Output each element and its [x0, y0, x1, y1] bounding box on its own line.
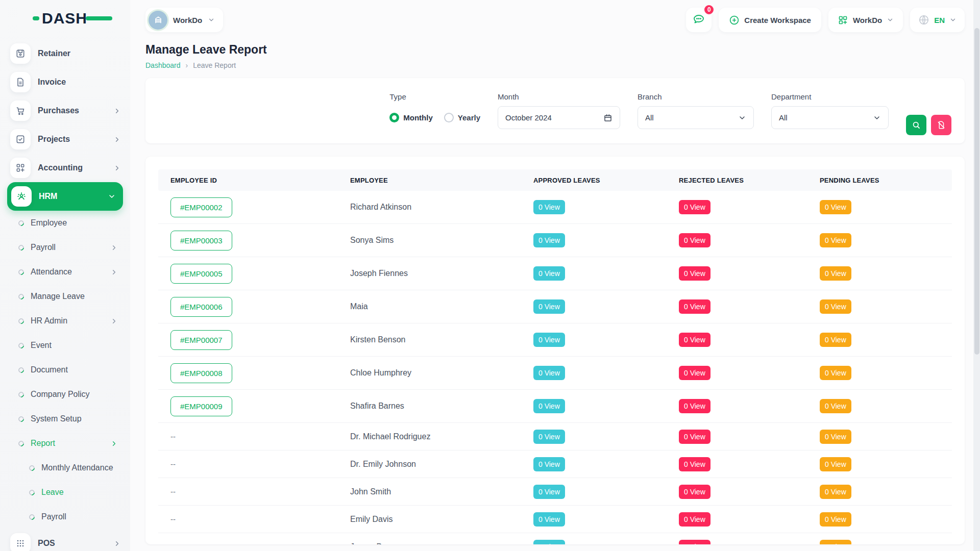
rejected-leaves-badge[interactable]: 0 View	[679, 485, 710, 499]
sidebar-item-leave[interactable]: Leave	[0, 480, 130, 505]
sidebar-item-document[interactable]: Document	[0, 358, 130, 382]
create-workspace-button[interactable]: Create Workspace	[719, 8, 821, 32]
pending-leaves-badge[interactable]: 0 View	[820, 366, 851, 380]
employee-id-button[interactable]: #EMP00008	[170, 363, 232, 383]
sidebar-item-manage-leave[interactable]: Manage Leave	[0, 284, 130, 309]
sidebar-item-retainer[interactable]: Retainer	[0, 39, 130, 68]
sidebar-item-monthly-attendance[interactable]: Monthly Attendance	[0, 456, 130, 480]
sidebar-item-company-policy[interactable]: Company Policy	[0, 382, 130, 407]
rejected-leaves-badge[interactable]: 0 View	[679, 366, 710, 380]
chat-icon	[693, 13, 705, 27]
breadcrumb-dashboard-link[interactable]: Dashboard	[145, 61, 181, 69]
rejected-leaves-badge[interactable]: 0 View	[679, 233, 710, 247]
department-select[interactable]: All	[771, 106, 889, 129]
pending-leaves-badge[interactable]: 0 View	[820, 299, 851, 314]
chevron-right-icon	[110, 317, 118, 325]
workdo-menu-button[interactable]: WorkDo	[828, 8, 903, 32]
rejected-leaves-badge[interactable]: 0 View	[679, 512, 710, 527]
approved-leaves-badge[interactable]: 0 View	[533, 366, 565, 380]
month-input[interactable]: October 2024	[498, 106, 620, 129]
sidebar-item-hrm[interactable]: HRM	[7, 182, 123, 211]
topbar-actions: 0 Create Workspace WorkDo	[686, 8, 965, 32]
employee-id-button[interactable]: #EMP00009	[170, 396, 232, 416]
approved-leaves-badge[interactable]: 0 View	[533, 333, 565, 347]
rejected-leaves-badge[interactable]: 0 View	[679, 333, 710, 347]
employee-id-button[interactable]: #EMP00007	[170, 330, 232, 350]
sidebar-item-pos[interactable]: POS	[0, 529, 130, 551]
leave-report-table: EMPLOYEE ID EMPLOYEE APPROVED LEAVES REJ…	[145, 157, 965, 544]
globe-icon	[918, 14, 929, 26]
sidebar-item-system-setup[interactable]: System Setup	[0, 407, 130, 431]
scrollbar-thumb[interactable]	[974, 28, 979, 355]
language-selector[interactable]: EN	[910, 8, 965, 32]
approved-leaves-badge[interactable]: 0 View	[533, 266, 565, 281]
approved-leaves-badge[interactable]: 0 View	[533, 399, 565, 413]
rejected-leaves-badge[interactable]: 0 View	[679, 540, 710, 545]
pending-leaves-badge[interactable]: 0 View	[820, 399, 851, 413]
approved-leaves-badge[interactable]: 0 View	[533, 299, 565, 314]
approved-leaves-badge[interactable]: 0 View	[533, 430, 565, 444]
employee-id-button[interactable]: #EMP00006	[170, 297, 232, 317]
search-button[interactable]	[906, 115, 926, 135]
sidebar-item-payroll[interactable]: Payroll	[0, 505, 130, 529]
chevron-down-icon	[208, 16, 215, 23]
sidebar-item-invoice[interactable]: Invoice	[0, 68, 130, 96]
sidebar-item-event[interactable]: Event	[0, 333, 130, 358]
approved-leaves-badge[interactable]: 0 View	[533, 485, 565, 499]
radio-yearly[interactable]: Yearly	[444, 113, 480, 122]
radio-monthly[interactable]: Monthly	[389, 113, 433, 122]
reset-filter-button[interactable]	[931, 115, 951, 135]
page-scrollbar[interactable]	[973, 0, 980, 551]
department-filter: Department All	[771, 92, 889, 129]
rejected-leaves-badge[interactable]: 0 View	[679, 430, 710, 444]
pending-leaves-badge[interactable]: 0 View	[820, 430, 851, 444]
pending-leaves-badge[interactable]: 0 View	[820, 233, 851, 247]
approved-leaves-badge[interactable]: 0 View	[533, 540, 565, 545]
rejected-leaves-badge[interactable]: 0 View	[679, 266, 710, 281]
sidebar-item-employee[interactable]: Employee	[0, 211, 130, 235]
branch-select[interactable]: All	[638, 106, 754, 129]
rejected-leaves-badge[interactable]: 0 View	[679, 457, 710, 471]
approved-leaves-badge[interactable]: 0 View	[533, 457, 565, 471]
sidebar-item-projects[interactable]: Projects	[0, 125, 130, 154]
messages-count-badge: 0	[703, 4, 715, 15]
pending-leaves-badge[interactable]: 0 View	[820, 540, 851, 545]
search-icon	[912, 120, 921, 130]
table-header: EMPLOYEE ID EMPLOYEE APPROVED LEAVES REJ…	[158, 169, 952, 191]
column-employee-id: EMPLOYEE ID	[158, 177, 338, 184]
employee-name: Kirsten Benson	[338, 335, 521, 344]
bullet-icon	[28, 513, 36, 520]
rejected-leaves-badge[interactable]: 0 View	[679, 200, 710, 214]
approved-leaves-badge[interactable]: 0 View	[533, 512, 565, 527]
sidebar-item-attendance[interactable]: Attendance	[0, 260, 130, 284]
approved-leaves-badge[interactable]: 0 View	[533, 200, 565, 214]
employee-id-button[interactable]: #EMP00003	[170, 231, 232, 251]
pending-leaves-badge[interactable]: 0 View	[820, 512, 851, 527]
chevron-right-icon	[113, 107, 121, 115]
chevron-right-icon	[110, 268, 118, 276]
pending-leaves-badge[interactable]: 0 View	[820, 457, 851, 471]
type-label: Type	[389, 92, 480, 101]
pending-leaves-badge[interactable]: 0 View	[820, 333, 851, 347]
approved-leaves-badge[interactable]: 0 View	[533, 233, 565, 247]
employee-id-button[interactable]: #EMP00005	[170, 264, 232, 284]
workspace-avatar	[149, 11, 167, 30]
rejected-leaves-badge[interactable]: 0 View	[679, 399, 710, 413]
workspace-selector[interactable]: WorkDo	[145, 8, 223, 32]
main-area: WorkDo 0 Create Workspace	[130, 0, 980, 551]
employee-id-button[interactable]: #EMP00002	[170, 197, 232, 217]
table-row: -- John Smith 0 View 0 View 0 View	[158, 478, 952, 506]
pending-leaves-badge[interactable]: 0 View	[820, 485, 851, 499]
employee-name: Chloe Humphrey	[338, 368, 521, 378]
employee-id-empty: --	[170, 432, 176, 441]
sidebar-item-report[interactable]: Report	[0, 431, 130, 456]
sidebar-item-purchases[interactable]: Purchases	[0, 96, 130, 125]
sidebar-item-accounting[interactable]: Accounting	[0, 154, 130, 182]
messages-button[interactable]: 0	[686, 8, 712, 32]
brand-logo[interactable]: DASH	[0, 0, 130, 37]
sidebar-item-payroll[interactable]: Payroll	[0, 235, 130, 260]
pending-leaves-badge[interactable]: 0 View	[820, 266, 851, 281]
rejected-leaves-badge[interactable]: 0 View	[679, 299, 710, 314]
pending-leaves-badge[interactable]: 0 View	[820, 200, 851, 214]
sidebar-item-hr-admin[interactable]: HR Admin	[0, 309, 130, 333]
